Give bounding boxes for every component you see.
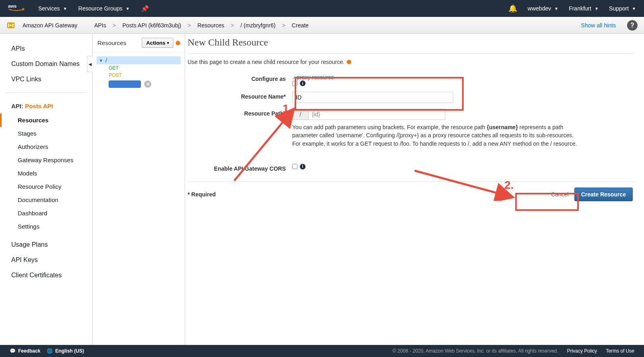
sidebar-custom-domain[interactable]: Custom Domain Names bbox=[0, 56, 92, 72]
annotation-box-1 bbox=[295, 77, 464, 111]
breadcrumb-sep: > bbox=[109, 22, 120, 29]
sidebar-resource-policy[interactable]: Resource Policy bbox=[0, 180, 92, 193]
create-resource-button[interactable]: Create Resource bbox=[574, 188, 633, 201]
sidebar-models[interactable]: Models bbox=[0, 167, 92, 180]
breadcrumb-sep: > bbox=[278, 22, 289, 29]
sidebar-gateway-responses[interactable]: Gateway Responses bbox=[0, 153, 92, 167]
sidebar: APIs Custom Domain Names VPC Links API: … bbox=[0, 34, 93, 345]
chat-icon: 💬 bbox=[10, 348, 16, 354]
sidebar-client-certs[interactable]: Client Certificates bbox=[0, 268, 92, 283]
sidebar-api-label: API: Posts API bbox=[0, 99, 92, 113]
svg-rect-4 bbox=[10, 25, 12, 26]
hint-dot-icon bbox=[347, 60, 351, 64]
caret-down-icon: ▼ bbox=[554, 6, 558, 11]
breadcrumb-bar: Amazon API Gateway APIs > Posts API (k6f… bbox=[0, 17, 644, 34]
privacy-link[interactable]: Privacy Policy bbox=[567, 348, 597, 354]
breadcrumb-item[interactable]: / (mzbryfgnr6) bbox=[238, 22, 278, 29]
caret-down-icon: ▼ bbox=[63, 6, 67, 11]
breadcrumb-root[interactable]: Amazon API Gateway bbox=[20, 22, 80, 29]
breadcrumb-sep: > bbox=[184, 22, 195, 29]
breadcrumb-item[interactable]: Posts API (k6f63m3ubj) bbox=[120, 22, 184, 29]
caret-down-icon: ▼ bbox=[632, 6, 636, 11]
annotation-number-2: 2. bbox=[504, 179, 514, 192]
hint-dot-icon bbox=[176, 41, 180, 45]
sidebar-dashboard[interactable]: Dashboard bbox=[0, 206, 92, 220]
actions-button[interactable]: Actions▾ bbox=[142, 38, 173, 48]
breadcrumb-sep: > bbox=[227, 22, 238, 29]
resource-tree-panel: ◀ Resources Actions▾ ▼/ GET POST ✕ bbox=[93, 34, 185, 345]
sidebar-api-keys[interactable]: API Keys bbox=[0, 252, 92, 268]
collapse-panel-icon[interactable]: ◀ bbox=[87, 56, 93, 72]
cors-checkbox[interactable] bbox=[292, 164, 297, 169]
page-title: New Child Resource bbox=[188, 36, 633, 48]
resource-path-label: Resource Path* bbox=[188, 109, 292, 117]
sidebar-resources[interactable]: Resources bbox=[0, 113, 92, 127]
region-menu[interactable]: Frankfurt▼ bbox=[569, 5, 599, 12]
cors-label: Enable API Gateway CORS bbox=[188, 164, 292, 172]
resource-path-help: You can add path parameters using bracke… bbox=[292, 123, 582, 148]
sidebar-documentation[interactable]: Documentation bbox=[0, 193, 92, 206]
caret-down-icon: ▼ bbox=[594, 6, 599, 11]
annotation-number-1: 1. bbox=[283, 102, 292, 115]
feedback-link[interactable]: 💬Feedback bbox=[10, 348, 40, 354]
breadcrumb-item[interactable]: APIs bbox=[92, 22, 109, 29]
tree-method-get[interactable]: GET bbox=[97, 64, 181, 72]
support-menu[interactable]: Support▼ bbox=[609, 5, 636, 12]
tree-root-resource[interactable]: ▼/ bbox=[97, 56, 181, 64]
resource-name-label: Resource Name* bbox=[188, 92, 292, 100]
resource-groups-menu[interactable]: Resource Groups▼ bbox=[78, 5, 130, 12]
tree-method-post[interactable]: POST bbox=[97, 72, 181, 79]
sidebar-divider bbox=[6, 93, 87, 93]
aws-logo[interactable]: aws bbox=[8, 3, 31, 14]
caret-down-icon: ▼ bbox=[99, 58, 103, 63]
account-menu[interactable]: wwebdev▼ bbox=[528, 5, 558, 12]
sidebar-usage-plans[interactable]: Usage Plans bbox=[0, 237, 92, 252]
form-divider bbox=[188, 182, 633, 182]
sidebar-apis[interactable]: APIs bbox=[0, 41, 92, 56]
services-menu[interactable]: Services▼ bbox=[38, 5, 67, 12]
show-hints-link[interactable]: Show all hints bbox=[577, 22, 620, 29]
annotation-box-2 bbox=[515, 193, 579, 211]
svg-text:aws: aws bbox=[8, 3, 17, 8]
page-description: Use this page to create a new child reso… bbox=[188, 59, 633, 65]
close-icon[interactable]: ✕ bbox=[144, 80, 151, 88]
footer: 💬Feedback 🌐English (US) © 2008 - 2020, A… bbox=[0, 345, 644, 357]
notifications-icon[interactable]: 🔔 bbox=[508, 4, 517, 13]
caret-down-icon: ▼ bbox=[126, 6, 130, 11]
breadcrumb-item: Create bbox=[289, 22, 311, 29]
sidebar-stages[interactable]: Stages bbox=[0, 127, 92, 140]
pin-icon[interactable]: 📌 bbox=[141, 5, 149, 12]
sidebar-settings[interactable]: Settings bbox=[0, 220, 92, 233]
breadcrumb-item[interactable]: Resources bbox=[195, 22, 227, 29]
content: New Child Resource Use this page to crea… bbox=[185, 34, 644, 345]
top-nav: aws Services▼ Resource Groups▼ 📌 🔔 wwebd… bbox=[0, 0, 644, 17]
footer-copyright: © 2008 - 2020, Amazon Web Services, Inc.… bbox=[392, 348, 558, 354]
tree-new-method-select[interactable] bbox=[109, 80, 141, 88]
info-icon[interactable]: i bbox=[300, 164, 305, 169]
svg-rect-3 bbox=[12, 23, 14, 27]
api-gateway-icon bbox=[6, 21, 15, 30]
language-menu[interactable]: 🌐English (US) bbox=[47, 348, 84, 354]
required-note: * Required bbox=[188, 191, 216, 198]
sidebar-authorizers[interactable]: Authorizers bbox=[0, 140, 92, 153]
tree-title: Resources bbox=[97, 39, 126, 46]
globe-icon: 🌐 bbox=[47, 348, 53, 354]
terms-link[interactable]: Terms of Use bbox=[606, 348, 634, 354]
configure-as-label: Configure as bbox=[188, 74, 292, 82]
svg-rect-2 bbox=[8, 23, 10, 27]
sidebar-vpc-links[interactable]: VPC Links bbox=[0, 72, 92, 87]
help-icon[interactable]: ? bbox=[627, 20, 638, 31]
caret-down-icon: ▾ bbox=[167, 41, 169, 45]
